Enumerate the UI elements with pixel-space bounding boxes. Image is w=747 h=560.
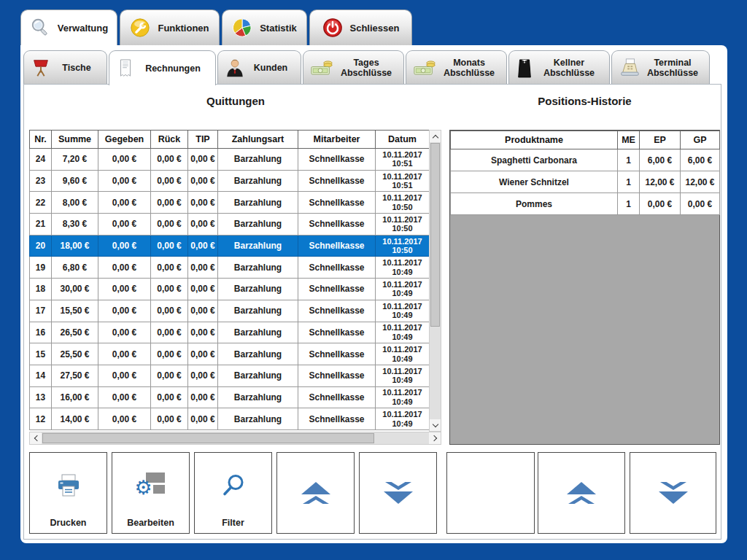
button-label: Drucken	[30, 518, 107, 528]
tab-label: Tische	[51, 63, 102, 73]
horizontal-scrollbar[interactable]	[29, 432, 441, 445]
cell-nr: 15	[30, 343, 52, 365]
scroll-left-button[interactable]	[30, 432, 42, 444]
tab-schliessen[interactable]: Schliessen	[309, 9, 412, 45]
bearbeiten-button[interactable]: ⚙ Bearbeiten	[112, 452, 190, 534]
cell-rueck: 0,00 €	[151, 343, 188, 365]
cell-rueck: 0,00 €	[151, 192, 188, 214]
cell-produktname: Pommes	[451, 193, 618, 215]
cell-gegeben: 0,00 €	[98, 192, 151, 214]
table-row[interactable]: 12 14,00 € 0,00 € 0,00 € 0,00 € Barzahlu…	[30, 408, 430, 430]
cell-tip: 0,00 €	[188, 365, 218, 386]
customer-icon	[225, 58, 245, 78]
col-mitarbeiter: Mitarbeiter	[298, 131, 376, 149]
tab-label: Tages	[333, 58, 399, 68]
table-row[interactable]: 16 26,50 € 0,00 € 0,00 € 0,00 € Barzahlu…	[30, 322, 430, 343]
filter-button[interactable]: Filter	[194, 452, 272, 534]
tab-label: Kunden	[245, 63, 296, 73]
cell-datum: 10.11.201710:49	[376, 386, 430, 408]
cell-summe: 18,00 €	[52, 235, 98, 257]
cell-datum: 10.11.201710:50	[376, 214, 430, 236]
table-row[interactable]: 18 30,00 € 0,00 € 0,00 € 0,00 € Barzahlu…	[30, 279, 430, 300]
tab-verwaltung[interactable]: Verwaltung	[20, 9, 117, 45]
scroll-up-button[interactable]	[430, 131, 441, 142]
tab-kunden[interactable]: Kunden	[217, 50, 301, 84]
table-row[interactable]: 13 16,00 € 0,00 € 0,00 € 0,00 € Barzahlu…	[30, 386, 430, 408]
tab-tages-abschluesse[interactable]: TagesAbschlüsse	[303, 50, 404, 84]
scroll-right-button[interactable]	[429, 432, 441, 444]
cell-mitarbeiter: Schnellkasse	[298, 386, 376, 408]
vertical-scrollbar[interactable]	[429, 130, 441, 432]
cell-ep: 0,00 €	[640, 193, 681, 215]
drucken-button[interactable]: Drucken	[29, 452, 107, 534]
cell-gegeben: 0,00 €	[98, 235, 151, 257]
vertical-scroll-thumb[interactable]	[430, 143, 440, 327]
table-row[interactable]: 17 15,50 € 0,00 € 0,00 € 0,00 € Barzahlu…	[30, 300, 430, 322]
empty-button[interactable]	[446, 452, 535, 534]
tab-funktionen[interactable]: Funktionen	[120, 9, 220, 45]
main-tab-bar: Verwaltung Funktionen Statistik	[20, 9, 412, 45]
printer-icon	[54, 472, 83, 501]
tab-kellner-abschluesse[interactable]: KellnerAbschlüsse	[508, 50, 610, 84]
table-icon	[31, 58, 51, 78]
cell-rueck: 0,00 €	[151, 386, 188, 408]
table-row[interactable]: 15 25,50 € 0,00 € 0,00 € 0,00 € Barzahlu…	[30, 343, 430, 365]
horizontal-scroll-thumb[interactable]	[42, 433, 374, 443]
cell-rueck: 0,00 €	[151, 279, 188, 300]
cell-zahlungsart: Barzahlung	[218, 149, 298, 171]
tab-label: Statistik	[260, 23, 297, 34]
cell-summe: 9,60 €	[52, 170, 98, 192]
cell-me: 1	[618, 171, 640, 193]
cell-datum: 10.11.201710:51	[376, 149, 430, 171]
scroll-down-button[interactable]	[430, 419, 441, 431]
tab-monats-abschluesse[interactable]: MonatsAbschlüsse	[406, 50, 507, 84]
cell-summe: 30,00 €	[52, 279, 98, 300]
table-row[interactable]: 24 7,20 € 0,00 € 0,00 € 0,00 € Barzahlun…	[30, 149, 430, 171]
cell-rueck: 0,00 €	[151, 170, 188, 192]
positions-table: Produktname ME EP GP Spaghetti Carbonara…	[450, 131, 720, 215]
cell-tip: 0,00 €	[188, 343, 218, 365]
cell-tip: 0,00 €	[188, 300, 218, 322]
table-row[interactable]: 21 8,30 € 0,00 € 0,00 € 0,00 € Barzahlun…	[30, 214, 430, 236]
cell-gegeben: 0,00 €	[98, 343, 151, 365]
cell-mitarbeiter: Schnellkasse	[298, 170, 376, 192]
cell-gegeben: 0,00 €	[98, 322, 151, 343]
table-row[interactable]: 22 8,00 € 0,00 € 0,00 € 0,00 € Barzahlun…	[30, 192, 430, 214]
cell-tip: 0,00 €	[188, 214, 218, 236]
cell-rueck: 0,00 €	[151, 257, 188, 279]
table-row[interactable]: Pommes 1 0,00 € 0,00 €	[451, 193, 720, 215]
terminal-icon	[619, 58, 640, 78]
table-row[interactable]: 23 9,60 € 0,00 € 0,00 € 0,00 € Barzahlun…	[30, 170, 430, 192]
table-row[interactable]: 20 18,00 € 0,00 € 0,00 € 0,00 € Barzahlu…	[30, 235, 430, 257]
table-row[interactable]: 19 6,80 € 0,00 € 0,00 € 0,00 € Barzahlun…	[30, 257, 430, 279]
cell-gegeben: 0,00 €	[98, 408, 151, 430]
quittungen-title: Quittungen	[29, 95, 442, 107]
tab-label: Schliessen	[350, 23, 400, 34]
table-row[interactable]: Spaghetti Carbonara 1 6,00 € 6,00 €	[451, 149, 720, 171]
cell-gegeben: 0,00 €	[98, 279, 151, 300]
cell-nr: 20	[30, 235, 52, 257]
cell-datum: 10.11.201710:49	[376, 408, 430, 430]
cell-mitarbeiter: Schnellkasse	[298, 322, 376, 343]
table-row[interactable]: Wiener Schnitzel 1 12,00 € 12,00 €	[451, 171, 720, 193]
tab-statistik[interactable]: Statistik	[222, 9, 307, 45]
positions-page-down-button[interactable]	[630, 452, 716, 534]
cell-mitarbeiter: Schnellkasse	[298, 149, 376, 171]
col-nr: Nr.	[30, 131, 52, 149]
cell-tip: 0,00 €	[188, 386, 218, 408]
tab-tische[interactable]: Tische	[23, 50, 107, 84]
cell-gegeben: 0,00 €	[98, 149, 151, 171]
sub-tab-bar: Tische Rechnungen Kunden	[23, 50, 710, 84]
cell-datum: 10.11.201710:49	[376, 279, 430, 300]
cell-summe: 16,00 €	[52, 386, 98, 408]
cell-zahlungsart: Barzahlung	[218, 386, 298, 408]
page-up-button[interactable]	[276, 452, 355, 534]
positions-page-up-button[interactable]	[538, 452, 625, 534]
tab-terminal-abschluesse[interactable]: TerminalAbschlüsse	[611, 50, 710, 84]
cell-nr: 16	[30, 322, 52, 343]
page-down-button[interactable]	[359, 452, 437, 534]
table-row[interactable]: 14 27,50 € 0,00 € 0,00 € 0,00 € Barzahlu…	[30, 365, 430, 386]
cell-summe: 8,30 €	[52, 214, 98, 236]
tab-rechnungen[interactable]: Rechnungen	[109, 50, 216, 85]
col-datum: Datum	[376, 131, 430, 149]
